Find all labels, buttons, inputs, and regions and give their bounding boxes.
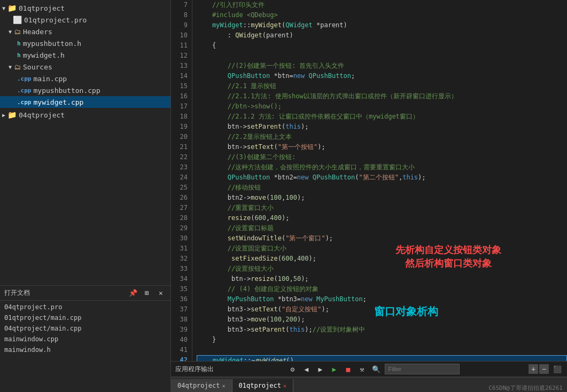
minus-btn[interactable]: − (539, 364, 549, 374)
code-line-16: //2.1.1方法: 使用show以顶层的方式弹出窗口或控件（新开辟窗口进行显示… (197, 91, 567, 101)
code-line-24: QPushButton *btn2=new QPushButton("第二个按钮… (197, 173, 567, 183)
code-line-34: btn->resize(100,50); (197, 274, 567, 284)
code-line-38: btn3->move(100,200); (197, 315, 567, 325)
open-docs-panel: 打开文档 📌 ⊞ ✕ 04qtproject.pro 01qtproject/m… (0, 285, 170, 392)
code-line-15: //2.1 显示按钮 (197, 81, 567, 91)
code-line-32: setFixedSize(600,400); (197, 254, 567, 264)
output-label: 应用程序输出 (175, 365, 214, 374)
tree-item-mypushbutton-h[interactable]: h mypushbutton.h (0, 37, 170, 49)
code-line-31: //设置固定窗口大小 (197, 244, 567, 254)
plus-btn[interactable]: + (529, 364, 538, 374)
next-icon[interactable]: ▶ (315, 364, 326, 374)
output-toolbar: 应用程序输出 ⚙ ◀ ▶ ▶ ■ ⚒ 🔍 + − ⬛ (171, 361, 567, 377)
doc-item[interactable]: 04qtproject.pro (0, 302, 170, 312)
tab-close-icon[interactable]: ✕ (283, 383, 286, 389)
code-line-28: resize(600,400); (197, 213, 567, 223)
open-docs-list: 04qtproject.pro 01qtproject/main.cpp 04q… (0, 301, 170, 392)
tree-item-mywidget-cpp[interactable]: .cpp mywidget.cpp (0, 96, 170, 108)
code-line-9: myWidget::myWidget(QWidget *parent) (197, 20, 567, 30)
code-line-30: setWindowTitle("第一个窗口"); (197, 233, 567, 244)
stop-icon[interactable]: ■ (343, 364, 354, 374)
detach-icon[interactable]: ⊞ (142, 288, 152, 299)
code-line-13: //(2)创建第一个按钮: 首先引入头文件 (197, 61, 567, 71)
tree-item-01qtproject[interactable]: ▼ 📁 01qtproject (0, 2, 170, 14)
tree-label: mypushbutton.h (23, 40, 82, 48)
search-icon[interactable]: 🔍 (371, 364, 382, 374)
file-tree: ▼ 📁 01qtproject ⬜ 01qtproject.pro ▼ 🗂 He… (0, 0, 170, 285)
code-line-10: : QWidget(parent) (197, 30, 567, 41)
prev-icon[interactable]: ◀ (301, 364, 312, 374)
filter-input[interactable] (385, 364, 460, 374)
tab-label: 04qtproject (177, 382, 220, 389)
tree-label: mywidget.h (23, 51, 65, 59)
code-line-40: } (197, 335, 567, 345)
maximize-icon[interactable]: ⬛ (552, 364, 563, 374)
code-editor[interactable]: //引入打印头文件 #include <QDebug> myWidget::my… (192, 0, 567, 361)
close-panel-icon[interactable]: ✕ (156, 288, 166, 299)
doc-item[interactable]: mainwindow.h (0, 344, 170, 355)
code-line-33: //设置按钮大小 (197, 264, 567, 274)
code-line-12 (197, 51, 567, 61)
tab-label: 01qtproject (239, 382, 281, 389)
tree-label: Sources (23, 63, 52, 71)
editor-area: 7 8 9 10 11 12 13 14 15 16 17 18 19 20 2… (171, 0, 567, 392)
doc-item[interactable]: mainwindow.cpp (0, 334, 170, 344)
tree-item-mywidget-h[interactable]: h mywidget.h (0, 49, 170, 61)
tab-01qtproject[interactable]: 01qtproject ✕ (232, 379, 294, 392)
connect-icon[interactable]: ⚙ (288, 364, 298, 374)
code-line-17: //btn->show(); (197, 101, 567, 112)
tree-item-sources[interactable]: ▼ 🗂 Sources (0, 61, 170, 73)
code-line-26: btn2->move(100,100); (197, 193, 567, 203)
code-line-37: btn3->setText("自定义按钮"); (197, 304, 567, 315)
tree-item-main-cpp[interactable]: .cpp main.cpp (0, 73, 170, 84)
code-line-42: myWidget::~myWidget() (197, 355, 567, 361)
tree-label: main.cpp (34, 75, 67, 83)
code-line-29: //设置窗口标题 (197, 223, 567, 233)
tree-label: mypushbutton.cpp (34, 87, 100, 95)
code-line-20: //2.2显示按钮上文本 (197, 132, 567, 142)
tree-item-04qtproject[interactable]: ▶ 📁 04qtproject (0, 109, 170, 121)
code-line-23: //这种方法创建，会按照控件的大小生成窗口，需要重置窗口大小 (197, 162, 567, 173)
tree-label: mywidget.cpp (34, 98, 84, 106)
code-line-8: #include <QDebug> (197, 10, 567, 20)
line-numbers: 7 8 9 10 11 12 13 14 15 16 17 18 19 20 2… (171, 0, 192, 361)
code-line-14: QPushButton *btn=new QPushButton; (197, 71, 567, 81)
tree-label: Headers (23, 28, 52, 36)
code-line-7: //引入打印头文件 (197, 0, 567, 10)
code-line-21: btn->setText("第一个按钮"); (197, 142, 567, 152)
plus-minus-group: + − (529, 364, 549, 374)
tab-close-icon[interactable]: ✕ (222, 383, 225, 389)
code-line-35: // (4) 创建自定义按钮的对象 (197, 284, 567, 294)
run-icon[interactable]: ▶ (329, 364, 340, 374)
tab-04qtproject[interactable]: 04qtproject ✕ (171, 379, 232, 392)
open-docs-toolbar: 打开文档 📌 ⊞ ✕ (0, 286, 170, 301)
tree-item-pro[interactable]: ⬜ 01qtproject.pro (0, 14, 170, 26)
tree-item-mypushbutton-cpp[interactable]: .cpp mypushbutton.cpp (0, 84, 170, 96)
code-line-22: //(3)创建第二个按钮: (197, 152, 567, 162)
open-docs-title: 打开文档 (4, 288, 30, 297)
watermark: C6SDN@了哥请抬抬遮26261 (488, 384, 567, 392)
tree-label: 01qtproject (19, 4, 65, 12)
build-icon[interactable]: ⚒ (357, 364, 368, 374)
output-tabs: 04qtproject ✕ 01qtproject ✕ C6SDN@了哥请抬抬遮… (171, 377, 567, 392)
tree-label: 04qtproject (19, 111, 65, 119)
code-line-41 (197, 345, 567, 355)
doc-item[interactable]: 04qtproject/main.cpp (0, 323, 170, 334)
lock-icon[interactable]: 📌 (128, 288, 138, 299)
tree-item-headers[interactable]: ▼ 🗂 Headers (0, 26, 170, 37)
tree-label: 01qtproject.pro (24, 16, 87, 24)
code-line-36: MyPushButton *btn3=new MyPushButton; (197, 294, 567, 304)
code-container: 7 8 9 10 11 12 13 14 15 16 17 18 19 20 2… (171, 0, 567, 361)
sidebar: ▼ 📁 01qtproject ⬜ 01qtproject.pro ▼ 🗂 He… (0, 0, 171, 392)
code-line-11: { (197, 41, 567, 51)
code-line-27: //重置窗口大小 (197, 203, 567, 213)
doc-item[interactable]: 01qtproject/main.cpp (0, 312, 170, 323)
code-line-39: btn3->setParent(this);//设置到对象树中 (197, 325, 567, 335)
code-line-25: //移动按钮 (197, 183, 567, 193)
code-line-18: //2.1.2 方法: 让窗口或控件依赖在父窗口中（mywidget窗口） (197, 112, 567, 122)
code-line-19: btn->setParent(this); (197, 122, 567, 132)
